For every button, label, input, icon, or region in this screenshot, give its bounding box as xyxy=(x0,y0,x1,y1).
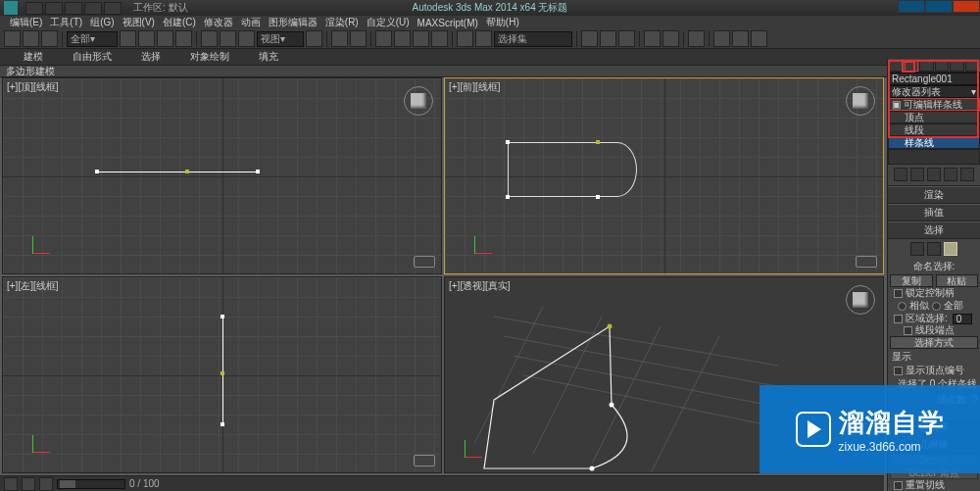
subobj-btn-spline[interactable] xyxy=(944,242,957,256)
show-vertnum-check[interactable] xyxy=(894,367,903,375)
ribbon-tab-populate[interactable]: 填充 xyxy=(259,50,278,64)
select-icon[interactable] xyxy=(120,30,136,47)
viewcube-top[interactable] xyxy=(404,86,433,116)
menu-grapheditors[interactable]: 图形编辑器 xyxy=(269,16,318,29)
curve-editor-icon[interactable] xyxy=(644,30,661,47)
object-name-field[interactable]: Rectangle001 xyxy=(888,73,980,85)
menu-tools[interactable]: 工具(T) xyxy=(50,16,82,29)
app-logo[interactable] xyxy=(4,1,18,15)
keymode-icon[interactable] xyxy=(350,30,367,47)
time-slider[interactable] xyxy=(57,479,125,489)
move-icon[interactable] xyxy=(201,30,218,47)
subobj-btn-vertex[interactable] xyxy=(910,242,924,256)
named-sel-set[interactable]: 选择集 xyxy=(494,31,572,47)
subobj-vertex[interactable]: 顶点 xyxy=(888,111,980,123)
menu-animation[interactable]: 动画 xyxy=(241,16,261,29)
stack-show-icon[interactable] xyxy=(910,168,924,181)
qat-save[interactable] xyxy=(104,2,122,15)
param-collector-icon[interactable] xyxy=(475,30,492,47)
qat-undo[interactable] xyxy=(25,2,43,15)
tab-create[interactable] xyxy=(889,60,904,72)
stack-config-icon[interactable] xyxy=(960,168,974,181)
menu-create[interactable]: 创建(C) xyxy=(163,16,196,29)
render-setup-icon[interactable] xyxy=(713,30,730,47)
subobj-segment[interactable]: 线段 xyxy=(888,123,980,136)
menu-view[interactable]: 视图(V) xyxy=(122,16,155,29)
window-close[interactable] xyxy=(953,0,980,13)
viewport-left[interactable]: [+][左][线框] xyxy=(2,276,442,473)
viewport-steering[interactable] xyxy=(414,256,435,268)
viewport-steering[interactable] xyxy=(856,256,877,268)
menu-edit[interactable]: 编辑(E) xyxy=(10,16,42,29)
unlink-icon[interactable] xyxy=(23,30,39,47)
link-icon[interactable] xyxy=(4,30,21,47)
menu-modifiers[interactable]: 修改器 xyxy=(204,16,233,29)
render-icon[interactable] xyxy=(751,30,767,47)
material-editor-icon[interactable] xyxy=(688,30,705,47)
qat-link[interactable] xyxy=(65,2,82,15)
stack-pin-icon[interactable] xyxy=(894,168,907,181)
menu-customize[interactable]: 自定义(U) xyxy=(367,16,410,29)
viewport-steering[interactable] xyxy=(414,455,435,466)
time-play-icon[interactable] xyxy=(39,477,53,491)
area-select-value[interactable]: 0 xyxy=(953,314,972,324)
snap-icon[interactable] xyxy=(375,30,392,47)
tab-hierarchy[interactable] xyxy=(919,60,934,72)
tab-display[interactable] xyxy=(950,60,964,72)
param-editor-icon[interactable] xyxy=(457,30,473,47)
time-prev-icon[interactable] xyxy=(4,477,18,491)
window-maximize[interactable] xyxy=(925,0,953,13)
render-frame-icon[interactable] xyxy=(732,30,749,47)
bind-icon[interactable] xyxy=(41,30,58,47)
rotate-icon[interactable] xyxy=(220,30,236,47)
menu-render[interactable]: 渲染(R) xyxy=(325,16,359,29)
tab-modify[interactable] xyxy=(905,60,919,72)
time-next-icon[interactable] xyxy=(22,477,35,491)
menu-help[interactable]: 帮助(H) xyxy=(486,16,519,29)
angle-snap-icon[interactable] xyxy=(394,30,411,47)
layer-icon[interactable] xyxy=(618,30,635,47)
rollout-interp[interactable]: 插值 xyxy=(888,204,980,221)
stack-editable-spline[interactable]: ▣ 可编辑样条线 xyxy=(888,98,980,111)
radio-all[interactable] xyxy=(932,302,941,311)
ribbon-tab-objectpaint[interactable]: 对象绘制 xyxy=(190,50,229,64)
window-minimize[interactable] xyxy=(898,0,925,13)
ribbon-tab-modeling[interactable]: 建模 xyxy=(24,50,43,64)
rollout-selection[interactable]: 选择 xyxy=(888,221,980,239)
stack-unique-icon[interactable] xyxy=(927,168,941,181)
subobj-btn-segment[interactable] xyxy=(927,242,941,256)
ribbon-tab-freeform[interactable]: 自由形式 xyxy=(73,50,112,64)
viewport-front[interactable]: [+][前][线框] xyxy=(444,77,884,274)
modifier-list[interactable]: 修改器列表▾ xyxy=(888,85,980,98)
percent-snap-icon[interactable] xyxy=(413,30,429,47)
pivot-icon[interactable] xyxy=(306,30,322,47)
seg-end-check[interactable] xyxy=(904,326,912,335)
spinner-snap-icon[interactable] xyxy=(431,30,448,47)
menu-group[interactable]: 组(G) xyxy=(90,16,114,29)
radio-alike[interactable] xyxy=(898,302,906,311)
viewport-top[interactable]: [+][顶][线框] xyxy=(2,77,442,274)
scale-icon[interactable] xyxy=(238,30,255,47)
reset-tangent-check[interactable] xyxy=(894,481,903,490)
align-icon[interactable] xyxy=(600,30,616,47)
window-cross-icon[interactable] xyxy=(175,30,192,47)
lock-handles-check[interactable] xyxy=(894,289,903,298)
workspace-label[interactable]: 工作区: 默认 xyxy=(133,1,188,15)
stack-remove-icon[interactable] xyxy=(944,168,957,181)
ref-coord[interactable]: 视图 ▾ xyxy=(257,31,304,47)
ribbon-tab-selection[interactable]: 选择 xyxy=(141,50,161,64)
manip-icon[interactable] xyxy=(331,30,348,47)
tab-utilities[interactable] xyxy=(965,60,980,72)
subobj-spline[interactable]: 样条线 xyxy=(888,136,980,149)
rollout-render[interactable]: 渲染 xyxy=(888,186,980,204)
mirror-icon[interactable] xyxy=(581,30,598,47)
schematic-icon[interactable] xyxy=(662,30,679,47)
viewcube-front[interactable] xyxy=(846,86,875,116)
qat-redo[interactable] xyxy=(45,2,63,15)
area-select-check[interactable] xyxy=(894,315,903,323)
select-by-button[interactable]: 选择方式 xyxy=(890,336,978,349)
tab-motion[interactable] xyxy=(935,60,950,72)
qat-unlink[interactable] xyxy=(84,2,102,15)
menu-maxscript[interactable]: MAXScript(M) xyxy=(417,18,478,28)
selection-filter[interactable]: 全部 ▾ xyxy=(67,31,118,47)
